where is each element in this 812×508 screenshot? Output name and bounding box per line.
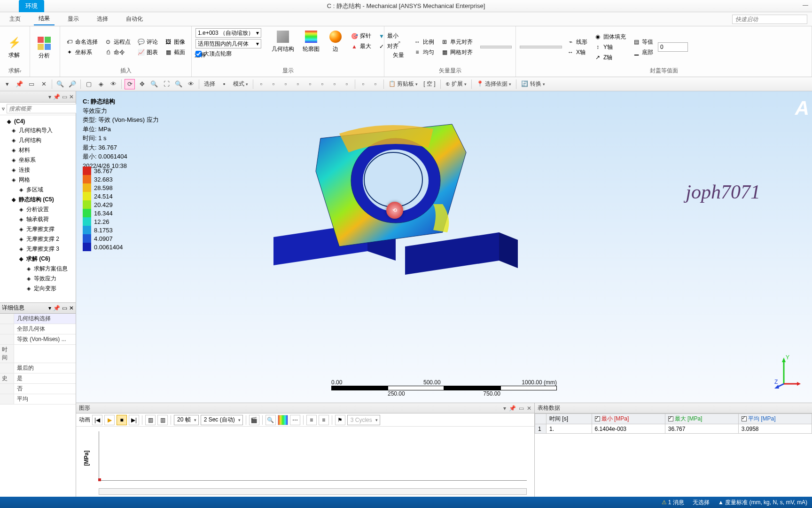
quick-launch-input[interactable] [732,15,807,24]
restore-icon[interactable]: ▭ [62,94,67,100]
dropdown-icon[interactable]: ▾ [503,405,506,412]
anim-export-button[interactable]: 🎬 [249,415,259,425]
section-button[interactable]: ▦截面 [163,48,187,57]
box-zoom-icon[interactable]: 🔍 [173,79,184,89]
checkbox-icon[interactable] [668,416,673,421]
3d-viewport[interactable]: C: 静态结构 等效应力 类型: 等效 (Von-Mises) 应力 单位: M… [76,91,812,403]
cycles-combo[interactable]: 3 Cycles [347,415,380,425]
data-table[interactable]: 时间 [s] 最小 [MPa] 最大 [MPa] 平均 [MPa] 1 1. 6… [535,413,812,434]
geometry-button[interactable]: 几何结构 [269,28,297,54]
detail-row[interactable]: 时间 [0,345,76,363]
checkbox-icon[interactable] [742,416,747,421]
isoval-button[interactable]: ▤等值 [631,38,655,47]
box-select-icon[interactable]: ▢ [84,79,94,89]
edge-button[interactable]: 边 [325,28,346,54]
anim-last-button[interactable]: ▶| [129,415,139,425]
tree-node[interactable]: ◈几何结构导入 [1,126,75,135]
orbit-icon[interactable]: ⟳ [125,79,135,89]
uniform-button[interactable]: ≡均匀 [412,48,436,57]
comment-button[interactable]: 💬评论 [135,38,160,47]
vector-scale-slider[interactable] [480,46,512,48]
graph-time-slider[interactable] [99,488,527,495]
detail-row[interactable]: 全部几何体 [0,324,76,334]
menu-results[interactable]: 结果 [34,13,55,25]
tree-node[interactable]: ◈连接 [1,165,75,175]
legend-button[interactable] [278,415,288,425]
solid-fill-button[interactable]: ◉固体填充 [592,32,628,41]
extend-dropdown[interactable]: ⊕ 扩展 [444,80,468,88]
dropdown-icon[interactable]: ▾ [48,94,51,100]
coordinate-system-button[interactable]: ✦坐标系 [64,48,100,57]
menu-display[interactable]: 显示 [63,13,84,25]
remote-point-button[interactable]: ⊙远程点 [102,38,133,47]
close-icon[interactable]: ✕ [39,79,49,89]
sel-9-icon[interactable]: ▫ [358,79,368,89]
checkbox-icon[interactable] [595,416,600,421]
anim-mode1-button[interactable]: ▥ [145,415,156,425]
col-max[interactable]: 最大 [MPa] [665,414,738,424]
pin-icon[interactable]: 📌 [53,305,60,311]
detail-row[interactable]: 平均 [0,394,76,405]
tree-node[interactable]: ◈坐标系 [1,155,75,165]
sel-8-icon[interactable]: ▫ [342,79,352,89]
duration-combo[interactable]: 2 Sec (自动) [201,415,243,425]
anim-play-button[interactable]: ▶ [104,415,115,425]
capping-slider[interactable] [520,46,562,48]
anim-mode2-button[interactable]: ▥ [157,415,168,425]
sel-2-icon[interactable]: ▫ [268,79,279,89]
min-button[interactable]: ▼最小 [376,32,400,40]
col-time[interactable]: 时间 [s] [547,414,592,424]
frames-combo[interactable]: 20 帧 [174,415,199,425]
large-vertex-checkbox[interactable]: 大顶点轮廓 [195,50,232,58]
tree-node[interactable]: ◈无摩擦支撑 3 [1,244,75,254]
scale-button[interactable]: ↔比例 [412,38,436,47]
pan-icon[interactable]: ✥ [137,79,147,89]
table-row[interactable]: 1 1. 6.1404e-003 36.767 3.0958 [535,424,812,434]
restore-icon[interactable]: ▭ [519,405,524,412]
align2-button[interactable]: ≡ [319,415,329,425]
pin-icon[interactable]: 📌 [509,405,516,412]
tree-node[interactable]: ◈(C4) [1,117,75,126]
restore-icon[interactable]: ▭ [62,305,67,311]
tree-node[interactable]: ◈分析设置 [1,205,75,214]
zoom-out-icon[interactable]: 🔎 [67,79,78,89]
convert-dropdown[interactable]: 🔄 转换 [519,80,547,88]
tree-search-input[interactable] [7,104,82,113]
tree-node[interactable]: ◈无摩擦支撑 2 [1,234,75,244]
solve-button[interactable]: 求解 [4,34,24,60]
tree-node[interactable]: ◈无摩擦支撑 [1,224,75,234]
zoom-button[interactable]: 🔍 [265,415,276,425]
checkbox-input[interactable] [195,51,202,57]
dropdown-icon[interactable]: ▾ [2,79,12,89]
tree-node[interactable]: ◈几何结构 [1,135,75,145]
select-by-dropdown[interactable]: 📍 选择依据 [475,80,513,88]
contour-button[interactable]: 轮廓图 [300,28,322,54]
menu-home[interactable]: 主页 [5,13,25,25]
detail-row[interactable]: 等效 (Von-Mises) ... [0,334,76,345]
messages-indicator[interactable]: ⚠ 1 消息 [662,499,684,507]
fit-icon[interactable]: ⛶ [161,79,172,89]
chart-button[interactable]: 📈图表 [135,48,160,57]
clipboard-dropdown[interactable]: 📋 剪贴板 [387,80,420,88]
sel-6-icon[interactable]: ▫ [317,79,328,89]
align-button[interactable]: ✓对齐 [376,42,400,51]
close-icon[interactable]: ✕ [69,94,74,100]
opt-button[interactable]: ⋯ [290,415,300,425]
x-axis-button[interactable]: ↔X轴 [565,48,589,57]
image-button[interactable]: 🖼图像 [163,38,187,47]
tree-node[interactable]: ◈材料 [1,145,75,155]
sel-5-icon[interactable]: ▫ [305,79,315,89]
geometry-scope-combo[interactable]: 适用范围内的几何体▾ [195,39,261,48]
sel-3-icon[interactable]: ▫ [281,79,291,89]
deformation-scale-combo[interactable]: 1.e+003 （自动缩放）▾ [195,28,261,38]
units-status[interactable]: ▲ 度量标准 (mm, kg, N, s, mV, mA) [718,499,807,507]
sel-10-icon[interactable]: ▫ [370,79,381,89]
sel-4-icon[interactable]: ▫ [293,79,303,89]
pin-icon[interactable]: 📌 [53,94,60,100]
elem-align-button[interactable]: ⊞单元对齐 [439,38,475,47]
analysis-button[interactable]: 分析 [34,35,55,61]
zoom-in-icon[interactable]: 🔍 [55,79,65,89]
sel-7-icon[interactable]: ▫ [329,79,340,89]
graph-body[interactable]: [MPa] [s] [76,427,534,497]
tree-node[interactable]: ◈求解方案信息 [1,264,75,274]
